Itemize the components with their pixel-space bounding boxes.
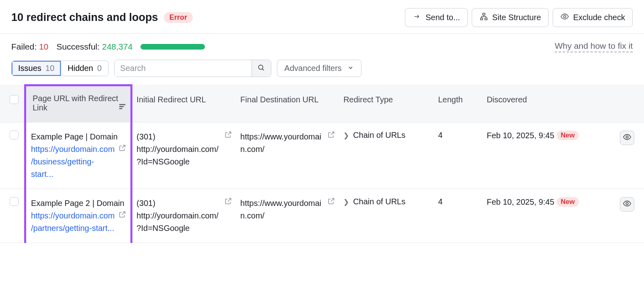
cell-initial: (301) http://yourdomain.com/?Id=NSGoogle bbox=[132, 189, 236, 243]
external-link-icon[interactable] bbox=[224, 197, 232, 207]
svg-rect-0 bbox=[483, 13, 485, 15]
cell-discovered: Feb 10, 2025, 9:45 New bbox=[483, 123, 615, 189]
tab-hidden[interactable]: Hidden 0 bbox=[61, 61, 108, 76]
why-how-fix-link[interactable]: Why and how to fix it bbox=[555, 41, 633, 52]
page-url-link[interactable]: https://yourdomain.com/business/getting-… bbox=[31, 143, 115, 181]
progress-bar bbox=[140, 44, 205, 50]
col-type[interactable]: Redirect Type bbox=[339, 85, 434, 123]
col-discovered[interactable]: Discovered bbox=[483, 85, 644, 123]
redirect-type: Chain of URLs bbox=[353, 131, 405, 139]
view-button[interactable] bbox=[620, 197, 634, 212]
chevron-down-icon bbox=[347, 64, 354, 73]
col-initial[interactable]: Initial Redirect URL bbox=[132, 85, 236, 123]
cell-page-url: Example Page | Domain https://yourdomain… bbox=[25, 123, 131, 189]
header-left: 10 redirect chains and loops Error bbox=[11, 11, 193, 24]
tab-issues[interactable]: Issues 10 bbox=[12, 61, 61, 76]
cell-discovered: Feb 10, 2025, 9:45 New bbox=[483, 189, 615, 243]
header-bar: 10 redirect chains and loops Error Send … bbox=[0, 0, 644, 34]
svg-point-6 bbox=[626, 202, 628, 205]
page-title-text: Example Page | Domain bbox=[31, 131, 126, 143]
tab-hidden-label: Hidden bbox=[68, 64, 93, 73]
error-badge: Error bbox=[164, 12, 193, 23]
exclude-check-button[interactable]: Exclude check bbox=[553, 8, 633, 27]
cell-final: https://www.yourdomain.com/ bbox=[236, 189, 339, 243]
row-checkbox-cell bbox=[0, 189, 25, 243]
external-link-icon[interactable] bbox=[118, 210, 126, 222]
eye-icon bbox=[623, 199, 632, 210]
page-url-link[interactable]: https://yourdomain.com/partners/getting-… bbox=[31, 210, 115, 235]
col-final[interactable]: Final Destination URL bbox=[236, 85, 339, 123]
send-to-button[interactable]: Send to... bbox=[405, 8, 468, 27]
results-table: Page URL with Redirect Link Initial Redi… bbox=[0, 84, 644, 243]
search-icon bbox=[257, 64, 265, 73]
cell-view bbox=[615, 123, 644, 189]
stats-bar: Failed: 10 Successful: 248,374 Why and h… bbox=[0, 34, 644, 60]
successful-count: 248,374 bbox=[102, 42, 132, 51]
table-row: Example Page 2 | Domain https://yourdoma… bbox=[0, 189, 644, 243]
discovered-date: Feb 10, 2025, 9:45 bbox=[487, 197, 554, 207]
col-select-all bbox=[0, 85, 25, 123]
view-button[interactable] bbox=[620, 131, 634, 145]
tab-hidden-count: 0 bbox=[97, 64, 101, 73]
tab-issues-count: 10 bbox=[45, 64, 54, 73]
eye-icon bbox=[623, 133, 632, 143]
failed-label: Failed: bbox=[11, 42, 37, 51]
chevron-right-icon[interactable]: ❯ bbox=[343, 132, 349, 139]
issues-hidden-toggle: Issues 10 Hidden 0 bbox=[11, 60, 109, 76]
header-actions: Send to... Site Structure Exclude check bbox=[405, 8, 633, 27]
row-checkbox-cell bbox=[0, 123, 25, 189]
final-url[interactable]: https://www.yourdomain.com/ bbox=[240, 197, 324, 222]
table-header-row: Page URL with Redirect Link Initial Redi… bbox=[0, 85, 644, 123]
row-checkbox[interactable] bbox=[10, 131, 19, 139]
cell-length: 4 bbox=[434, 189, 483, 243]
send-to-icon bbox=[413, 12, 421, 23]
col-length[interactable]: Length bbox=[434, 85, 483, 123]
cell-type: ❯Chain of URLs bbox=[339, 189, 434, 243]
page-title: 10 redirect chains and loops bbox=[11, 11, 158, 24]
cell-length: 4 bbox=[434, 123, 483, 189]
advanced-filters-button[interactable]: Advanced filters bbox=[277, 60, 361, 77]
new-badge: New bbox=[557, 131, 579, 140]
send-to-label: Send to... bbox=[425, 13, 460, 22]
external-link-icon[interactable] bbox=[327, 131, 335, 141]
eye-icon bbox=[560, 12, 569, 23]
cell-final: https://www.yourdomain.com/ bbox=[236, 123, 339, 189]
site-structure-icon bbox=[479, 12, 488, 23]
exclude-check-label: Exclude check bbox=[573, 13, 625, 22]
external-link-icon[interactable] bbox=[224, 131, 232, 141]
external-link-icon[interactable] bbox=[327, 197, 335, 207]
site-structure-button[interactable]: Site Structure bbox=[472, 8, 549, 27]
cell-initial: (301) http://yourdomain.com/?Id=NSGoogle bbox=[132, 123, 236, 189]
external-link-icon[interactable] bbox=[118, 143, 126, 156]
table-row: Example Page | Domain https://yourdomain… bbox=[0, 123, 644, 189]
col-page-url[interactable]: Page URL with Redirect Link bbox=[25, 85, 131, 123]
col-page-url-label: Page URL with Redirect Link bbox=[33, 94, 118, 112]
cell-type: ❯Chain of URLs bbox=[339, 123, 434, 189]
discovered-date: Feb 10, 2025, 9:45 bbox=[487, 131, 554, 140]
cell-page-url: Example Page 2 | Domain https://yourdoma… bbox=[25, 189, 131, 243]
svg-rect-1 bbox=[481, 18, 483, 20]
successful-block: Successful: 248,374 bbox=[56, 42, 132, 52]
failed-block: Failed: 10 bbox=[11, 42, 48, 52]
redirect-type: Chain of URLs bbox=[353, 197, 405, 206]
initial-url[interactable]: (301) http://yourdomain.com/?Id=NSGoogle bbox=[136, 197, 221, 235]
row-checkbox[interactable] bbox=[10, 197, 19, 206]
advanced-filters-label: Advanced filters bbox=[285, 64, 342, 73]
sort-icon bbox=[119, 103, 126, 110]
controls-bar: Issues 10 Hidden 0 Advanced filters bbox=[0, 60, 644, 84]
search-button[interactable] bbox=[252, 60, 271, 77]
search-input[interactable] bbox=[115, 60, 252, 77]
cell-view bbox=[615, 189, 644, 243]
site-structure-label: Site Structure bbox=[492, 13, 541, 22]
stats-left: Failed: 10 Successful: 248,374 bbox=[11, 42, 205, 52]
tab-issues-label: Issues bbox=[18, 64, 41, 73]
final-url[interactable]: https://www.yourdomain.com/ bbox=[240, 131, 324, 156]
initial-url[interactable]: (301) http://yourdomain.com/?Id=NSGoogle bbox=[136, 131, 221, 168]
search-wrap bbox=[114, 60, 271, 77]
chevron-right-icon[interactable]: ❯ bbox=[343, 198, 349, 206]
svg-point-5 bbox=[626, 136, 628, 138]
page-title-text: Example Page 2 | Domain bbox=[31, 197, 126, 210]
select-all-checkbox[interactable] bbox=[10, 95, 19, 104]
failed-count: 10 bbox=[39, 42, 48, 51]
successful-label: Successful: bbox=[56, 42, 99, 51]
